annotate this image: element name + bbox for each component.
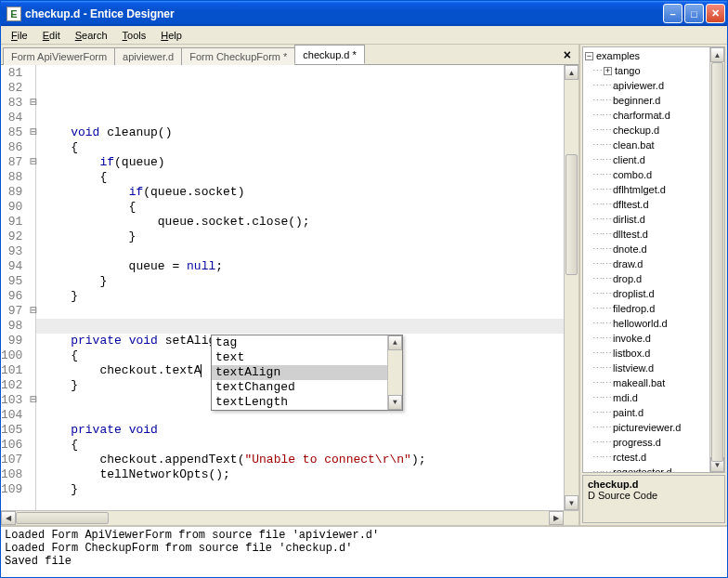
code-line[interactable] [42, 111, 564, 125]
menu-tools[interactable]: Tools [116, 28, 153, 43]
tab[interactable]: Form CheckupForm * [181, 47, 295, 65]
editor-vertical-scrollbar[interactable]: ▲ ▼ [564, 65, 578, 510]
code-line[interactable]: tellNetworkOpts(); [42, 467, 564, 482]
code-line[interactable]: queue.socket.close(); [42, 215, 564, 230]
tree-label: beginner.d [613, 93, 660, 108]
tab[interactable]: Form ApiViewerForm [3, 47, 115, 65]
tree-file[interactable]: ⋯⋯drop.d [585, 271, 709, 286]
tree-file[interactable]: ⋯⋯pictureviewer.d [585, 420, 709, 435]
expand-icon[interactable]: − [585, 52, 593, 60]
autocomplete-scrollbar[interactable]: ▲ ▼ [387, 335, 402, 410]
tree-file[interactable]: ⋯⋯helloworld.d [585, 316, 709, 331]
menu-search[interactable]: Search [69, 28, 114, 43]
scroll-right-icon[interactable]: ▶ [549, 511, 564, 525]
scroll-track[interactable] [388, 350, 402, 395]
menu-file[interactable]: File [5, 28, 34, 43]
tree-scrollbar[interactable]: ▲ ▼ [709, 47, 724, 472]
code-line[interactable]: if(queue.socket) [42, 185, 564, 200]
scroll-track[interactable] [710, 62, 724, 457]
line-number: 100 [1, 348, 33, 363]
autocomplete-item[interactable]: text [212, 350, 387, 365]
scroll-thumb[interactable] [711, 62, 723, 462]
tree-file[interactable]: ⋯⋯makeall.bat [585, 375, 709, 390]
code-line[interactable]: checkout.appendText("Unable to connect\r… [42, 453, 564, 467]
scroll-up-icon[interactable]: ▲ [710, 47, 724, 62]
code-line[interactable]: void cleanup() [42, 125, 564, 140]
tree-file[interactable]: ⋯⋯invoke.d [585, 331, 709, 346]
autocomplete-item[interactable]: textLength [212, 395, 387, 410]
autocomplete-item[interactable]: textAlign [212, 365, 387, 380]
code-line[interactable]: { [42, 140, 564, 155]
code-line[interactable]: if(queue) [42, 155, 564, 170]
tree-file[interactable]: ⋯⋯dlltest.d [585, 227, 709, 242]
code-line[interactable]: } [42, 230, 564, 244]
scroll-down-icon[interactable]: ▼ [388, 395, 402, 410]
expand-icon[interactable]: + [604, 67, 612, 75]
tree-file[interactable]: ⋯⋯regextester.d [585, 465, 709, 472]
tree-folder[interactable]: −examples [585, 48, 709, 63]
tree-label: dlltest.d [613, 227, 648, 242]
tree-file[interactable]: ⋯⋯rctest.d [585, 450, 709, 465]
code-area[interactable]: tagtexttextAligntextChangedtextLength ▲ … [36, 65, 564, 510]
tree-label: checkup.d [613, 123, 659, 138]
tree-file[interactable]: ⋯⋯charformat.d [585, 108, 709, 123]
tab-close-button[interactable]: × [558, 47, 577, 62]
tree-file[interactable]: ⋯⋯paint.d [585, 405, 709, 420]
scroll-track[interactable] [16, 511, 549, 525]
tree-file[interactable]: ⋯⋯filedrop.d [585, 301, 709, 316]
tree-label: combo.d [613, 167, 652, 182]
side-panel: −examples⋯+tango⋯⋯apiviewer.d⋯⋯beginner.… [580, 45, 727, 525]
code-line[interactable] [42, 497, 564, 510]
tree-file[interactable]: ⋯⋯mdi.d [585, 390, 709, 405]
tree-file[interactable]: ⋯⋯droplist.d [585, 286, 709, 301]
code-line[interactable] [42, 319, 564, 334]
line-number: 94 [1, 259, 33, 274]
autocomplete-item[interactable]: tag [212, 335, 387, 350]
code-line[interactable] [42, 304, 564, 319]
tree-file[interactable]: ⋯⋯dflhtmlget.d [585, 182, 709, 197]
scroll-left-icon[interactable]: ◀ [1, 511, 16, 525]
menu-help[interactable]: Help [154, 28, 188, 43]
autocomplete-item[interactable]: textChanged [212, 380, 387, 395]
maximize-button[interactable]: □ [684, 4, 704, 23]
code-line[interactable]: { [42, 170, 564, 185]
code-line[interactable]: queue = null; [42, 259, 564, 274]
minimize-button[interactable]: – [663, 4, 682, 23]
scroll-thumb[interactable] [16, 512, 109, 524]
file-tree[interactable]: −examples⋯+tango⋯⋯apiviewer.d⋯⋯beginner.… [583, 47, 709, 472]
tree-file[interactable]: ⋯⋯dirlist.d [585, 212, 709, 227]
tree-file[interactable]: ⋯⋯apiviewer.d [585, 78, 709, 93]
titlebar[interactable]: E checkup.d - Entice Designer – □ ✕ [1, 1, 727, 26]
tree-file[interactable]: ⋯⋯combo.d [585, 167, 709, 182]
scroll-up-icon[interactable]: ▲ [565, 65, 578, 80]
tree-file[interactable]: ⋯⋯dnote.d [585, 242, 709, 256]
code-line[interactable] [42, 244, 564, 259]
tab[interactable]: checkup.d * [294, 45, 364, 64]
code-line[interactable]: private void [42, 423, 564, 438]
scroll-track[interactable] [565, 80, 578, 495]
close-button[interactable]: ✕ [706, 4, 725, 23]
tree-file[interactable]: ⋯⋯checkup.d [585, 123, 709, 138]
scroll-down-icon[interactable]: ▼ [565, 495, 578, 510]
editor-horizontal-scrollbar[interactable]: ◀ ▶ [1, 510, 578, 525]
tree-file[interactable]: ⋯⋯beginner.d [585, 93, 709, 108]
app-icon: E [6, 7, 21, 21]
tree-folder[interactable]: ⋯+tango [585, 63, 709, 78]
tree-file[interactable]: ⋯⋯draw.d [585, 256, 709, 271]
tab[interactable]: apiviewer.d [114, 47, 182, 65]
menu-edit[interactable]: Edit [36, 28, 67, 43]
scroll-up-icon[interactable]: ▲ [388, 335, 402, 350]
code-line[interactable]: } [42, 482, 564, 497]
tree-file[interactable]: ⋯⋯progress.d [585, 435, 709, 450]
tree-file[interactable]: ⋯⋯listbox.d [585, 346, 709, 361]
tree-file[interactable]: ⋯⋯client.d [585, 152, 709, 167]
code-line[interactable]: } [42, 289, 564, 304]
code-line[interactable]: { [42, 200, 564, 215]
code-line[interactable]: } [42, 274, 564, 289]
editor-body: 81 82 83 ⊟ 84 85 ⊟ 86 87 ⊟ 88 89 90 91 9… [1, 65, 578, 510]
tree-file[interactable]: ⋯⋯listview.d [585, 361, 709, 375]
tree-file[interactable]: ⋯⋯clean.bat [585, 138, 709, 152]
code-line[interactable]: { [42, 438, 564, 453]
tree-file[interactable]: ⋯⋯dfltest.d [585, 197, 709, 212]
scroll-thumb[interactable] [566, 154, 578, 275]
